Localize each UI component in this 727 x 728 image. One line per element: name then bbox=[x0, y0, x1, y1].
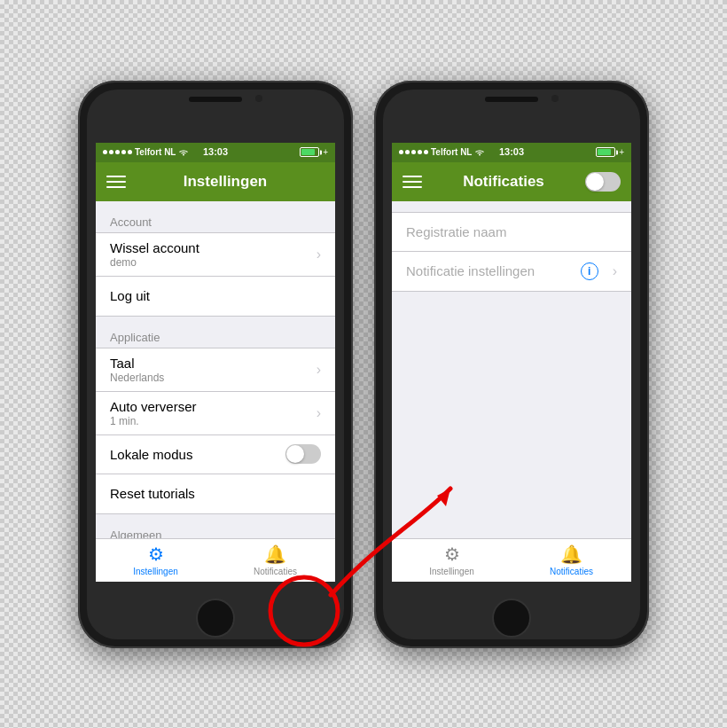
phone-camera-right bbox=[551, 95, 559, 102]
list-item-content-logout: Log uit bbox=[110, 288, 321, 303]
info-icon-notif: i bbox=[581, 262, 598, 280]
tab-bar-right: ⚙ Instellingen 🔔 Notificaties bbox=[392, 538, 631, 582]
battery-fill-right bbox=[598, 149, 610, 155]
navbar-left: Instellingen bbox=[96, 162, 335, 201]
lokale-toggle[interactable] bbox=[285, 444, 321, 464]
wissel-subtitle: demo bbox=[110, 256, 309, 269]
section-header-applicatie: Applicatie bbox=[96, 324, 335, 348]
tab-label-instellingen-left: Instellingen bbox=[133, 567, 178, 576]
charging-icon-right: + bbox=[619, 147, 624, 157]
chevron-taal: › bbox=[317, 362, 321, 378]
list-item-taal[interactable]: Taal Nederlands › bbox=[96, 348, 335, 392]
status-bar-right: Telfort NL 13:03 + bbox=[392, 143, 631, 162]
screen-right: Telfort NL 13:03 + bbox=[392, 143, 631, 582]
nav-title-right: Notificaties bbox=[422, 173, 585, 191]
status-bar-left: Telfort NL 13:03 + bbox=[96, 143, 335, 162]
gear-icon-left: ⚙ bbox=[148, 544, 164, 565]
menu-icon-left[interactable] bbox=[106, 176, 126, 188]
tab-bar-left: ⚙ Instellingen 🔔 Notificaties bbox=[96, 538, 335, 582]
battery-icon bbox=[300, 147, 319, 157]
gear-icon-right: ⚙ bbox=[444, 544, 460, 565]
signal-dots bbox=[103, 150, 132, 154]
charging-icon: + bbox=[323, 147, 328, 157]
list-group-account: Wissel account demo › Log uit bbox=[96, 232, 335, 317]
status-left-right: Telfort NL bbox=[399, 147, 485, 157]
auto-title: Auto ververser bbox=[110, 399, 309, 414]
list-item-reset[interactable]: Reset tutorials bbox=[96, 474, 335, 513]
menu-icon-right[interactable] bbox=[403, 176, 422, 188]
list-item-wissel-account[interactable]: Wissel account demo › bbox=[96, 233, 335, 277]
nav-toggle-right[interactable] bbox=[585, 172, 621, 192]
notifications-content: Registratie naam Notificatie instellinge… bbox=[392, 201, 631, 538]
status-time-right: 13:03 bbox=[499, 146, 524, 157]
list-item-content-auto: Auto ververser 1 min. bbox=[110, 399, 309, 427]
lokale-title: Lokale modus bbox=[110, 447, 285, 462]
carrier-label: Telfort NL bbox=[135, 147, 176, 157]
navbar-right: Notificaties bbox=[392, 162, 631, 201]
screen-left: Telfort NL 13:03 + bbox=[96, 143, 335, 582]
phone-camera bbox=[255, 95, 262, 102]
notif-registratie-label: Registratie naam bbox=[406, 224, 617, 239]
list-item-content-reset: Reset tutorials bbox=[110, 486, 321, 501]
tab-label-notificaties-right: Notificaties bbox=[550, 567, 593, 576]
status-right-right: + bbox=[596, 147, 624, 157]
phones-wrapper: Telfort NL 13:03 + bbox=[78, 81, 649, 648]
nav-toggle-knob-right bbox=[586, 173, 604, 191]
list-item-logout[interactable]: Log uit bbox=[96, 277, 335, 316]
tab-label-instellingen-right: Instellingen bbox=[429, 567, 474, 576]
status-right-left: + bbox=[300, 147, 328, 157]
list-item-content-taal: Taal Nederlands bbox=[110, 356, 309, 384]
settings-content: Account Wissel account demo › Log uit bbox=[96, 201, 335, 538]
wifi-icon-right bbox=[474, 148, 485, 157]
notif-instellingen-label: Notificatie instellingen bbox=[406, 263, 581, 278]
taal-title: Taal bbox=[110, 356, 309, 371]
status-left: Telfort NL bbox=[103, 147, 189, 157]
phone-speaker bbox=[189, 97, 242, 102]
logout-title: Log uit bbox=[110, 288, 321, 303]
notif-item-registratie[interactable]: Registratie naam bbox=[392, 213, 631, 252]
nav-title-left: Instellingen bbox=[126, 173, 324, 191]
notif-list-group: Registratie naam Notificatie instellinge… bbox=[392, 212, 631, 292]
tab-notificaties-left[interactable]: 🔔 Notificaties bbox=[215, 539, 335, 582]
section-header-account: Account bbox=[96, 208, 335, 232]
notif-item-instellingen[interactable]: Notificatie instellingen i › bbox=[392, 252, 631, 291]
chevron-icon: › bbox=[317, 247, 321, 262]
toggle-knob bbox=[286, 445, 304, 463]
section-header-algemeen: Algemeen bbox=[96, 521, 335, 538]
bell-icon-right: 🔔 bbox=[560, 544, 582, 565]
tab-notificaties-right[interactable]: 🔔 Notificaties bbox=[512, 539, 631, 582]
battery-icon-right bbox=[596, 147, 615, 157]
list-item-content-lokale: Lokale modus bbox=[110, 447, 285, 462]
phone-left: Telfort NL 13:03 + bbox=[78, 81, 353, 648]
signal-dots-right bbox=[399, 150, 428, 154]
tab-instellingen-left[interactable]: ⚙ Instellingen bbox=[96, 539, 215, 582]
carrier-label-right: Telfort NL bbox=[431, 147, 472, 157]
tab-instellingen-right[interactable]: ⚙ Instellingen bbox=[392, 539, 512, 582]
tab-label-notificaties-left: Notificaties bbox=[254, 567, 297, 576]
phone-right: Telfort NL 13:03 + bbox=[374, 81, 649, 648]
phone-inner-left: Telfort NL 13:03 + bbox=[87, 90, 344, 639]
phone-inner-right: Telfort NL 13:03 + bbox=[383, 90, 640, 639]
phone-speaker-right bbox=[485, 97, 538, 102]
list-group-applicatie: Taal Nederlands › Auto ververser 1 min. … bbox=[96, 348, 335, 514]
battery-fill bbox=[301, 149, 314, 155]
list-item-lokale-modus[interactable]: Lokale modus bbox=[96, 435, 335, 474]
bell-icon-left: 🔔 bbox=[264, 544, 286, 565]
chevron-notif: › bbox=[613, 263, 617, 279]
list-item-auto-ververser[interactable]: Auto ververser 1 min. › bbox=[96, 392, 335, 435]
chevron-auto: › bbox=[317, 405, 321, 421]
status-time-left: 13:03 bbox=[203, 146, 228, 157]
phone-home-left bbox=[196, 599, 235, 638]
taal-subtitle: Nederlands bbox=[110, 372, 309, 384]
wifi-icon bbox=[178, 148, 189, 157]
reset-title: Reset tutorials bbox=[110, 486, 321, 501]
list-item-content-wissel: Wissel account demo bbox=[110, 240, 309, 269]
wissel-title: Wissel account bbox=[110, 240, 309, 255]
phone-home-right bbox=[492, 599, 531, 638]
auto-subtitle: 1 min. bbox=[110, 415, 309, 427]
